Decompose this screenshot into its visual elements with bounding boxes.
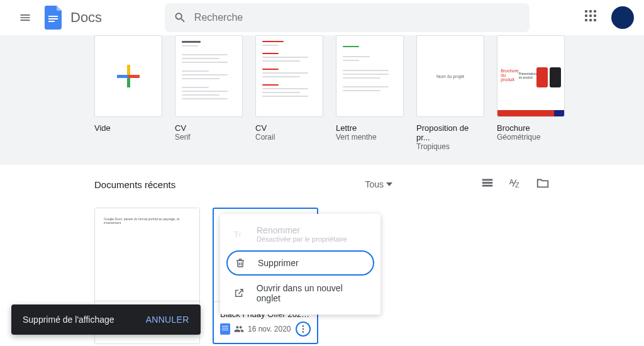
plus-icon (117, 65, 140, 87)
rename-icon: TT (233, 228, 245, 240)
caret-down-icon (386, 182, 392, 186)
trash-icon (234, 257, 247, 269)
svg-point-10 (303, 331, 304, 333)
template-subtitle: Corail (255, 133, 323, 142)
search-bar[interactable] (165, 3, 530, 32)
menu-label: Renommer (257, 225, 300, 235)
folder-icon (536, 176, 550, 190)
template-title: CV (175, 123, 243, 133)
svg-rect-2 (48, 21, 55, 22)
account-avatar[interactable] (611, 6, 634, 29)
search-icon (174, 11, 187, 25)
open-picker-button[interactable] (536, 176, 550, 193)
svg-text:Z: Z (515, 181, 519, 189)
docs-logo-icon (43, 6, 65, 29)
template-subtitle: Géométrique (497, 133, 565, 142)
menu-item-rename: TT RenommerDésactivée par le propriétair… (220, 219, 380, 249)
main-menu-button[interactable] (10, 3, 40, 33)
svg-point-8 (303, 325, 304, 327)
template-blank[interactable]: Vide (94, 35, 162, 151)
toast-undo-button[interactable]: ANNULER (146, 315, 189, 325)
google-apps-button[interactable] (585, 10, 600, 25)
sort-button[interactable]: AZ (508, 176, 522, 193)
doc-more-button[interactable] (296, 321, 311, 337)
template-subtitle: Vert menthe (336, 133, 404, 142)
filter-label: Tous (365, 179, 384, 189)
list-icon (480, 176, 494, 190)
menu-label: Ouvrir dans un nouvel onglet (257, 283, 368, 303)
docs-file-icon (220, 323, 230, 335)
template-cv-serif[interactable]: CV Serif (175, 35, 243, 151)
doc-thumb-text: Google Docs: passer du format portrait a… (104, 217, 191, 225)
template-title: CV (255, 123, 323, 133)
template-title: Vide (94, 123, 162, 133)
context-menu: TT RenommerDésactivée par le propriétair… (220, 214, 380, 315)
svg-rect-0 (48, 16, 58, 17)
owner-filter-dropdown[interactable]: Tous (365, 179, 392, 189)
hamburger-icon (19, 11, 31, 24)
menu-item-delete[interactable]: Supprimer (226, 250, 374, 276)
shared-icon (234, 324, 244, 334)
doc-meta: 16 nov. 2020 (248, 325, 292, 333)
toast: Supprimé de l'affichage ANNULER (11, 304, 201, 335)
template-project-label: Nom du projet (436, 74, 464, 79)
template-gallery: Vide CV Serif CV Corail Lettre Vert ment… (0, 35, 644, 165)
logo[interactable]: Docs (43, 6, 102, 29)
template-subtitle: Tropiques (416, 142, 484, 151)
toast-message: Supprimé de l'affichage (23, 315, 114, 325)
search-input[interactable] (194, 12, 521, 23)
svg-rect-1 (48, 18, 58, 20)
app-name: Docs (70, 9, 102, 26)
svg-point-9 (303, 328, 304, 330)
template-title: Brochure (497, 123, 565, 133)
menu-sublabel: Désactivée par le propriétaire (257, 235, 347, 243)
menu-item-open-new-tab[interactable]: Ouvrir dans un nouvel onglet (220, 277, 380, 310)
sort-az-icon: AZ (508, 176, 522, 190)
open-new-tab-icon (233, 287, 245, 299)
template-title: Proposition de pr... (416, 123, 484, 142)
recent-heading: Documents récents (94, 179, 175, 190)
template-brochure[interactable]: Brochure du produit Présentation du prod… (497, 35, 565, 151)
template-title: Lettre (336, 123, 404, 133)
template-cv-coral[interactable]: CV Corail (255, 35, 323, 151)
template-subtitle: Serif (175, 133, 243, 142)
more-vert-icon (298, 324, 308, 334)
brochure-sub: Présentation du produit (519, 72, 536, 79)
brochure-title: Brochure du produit (501, 69, 518, 82)
template-proposal[interactable]: Nom du projet Proposition de pr... Tropi… (416, 35, 484, 151)
list-view-button[interactable] (480, 176, 494, 193)
svg-text:T: T (238, 232, 242, 238)
menu-label: Supprimer (258, 258, 299, 268)
template-letter[interactable]: Lettre Vert menthe (336, 35, 404, 151)
